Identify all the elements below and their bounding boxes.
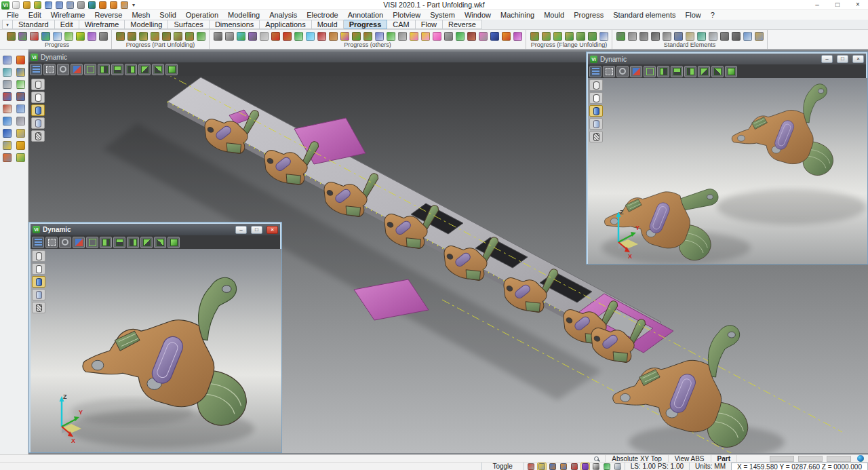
render-hidden-line-icon[interactable] (31, 92, 45, 103)
flange-report-icon[interactable] (598, 31, 609, 41)
display-toggle-icon[interactable] (526, 463, 536, 470)
strip-design-icon[interactable] (5, 31, 16, 41)
refresh-view-icon[interactable] (1, 115, 12, 126)
undo-yellow-icon[interactable] (15, 140, 26, 151)
open-file-icon[interactable] (22, 1, 31, 9)
pin-orange-icon[interactable] (500, 31, 511, 41)
render-transparent-icon[interactable] (32, 289, 45, 300)
unfold-step-6-icon[interactable] (172, 31, 183, 41)
folder-green-icon[interactable] (15, 152, 26, 163)
menu-item[interactable]: Annotation (343, 10, 389, 20)
restore-button[interactable]: □ (827, 0, 848, 9)
press-tool-icon[interactable] (98, 31, 108, 41)
guide-pin-icon[interactable] (627, 31, 637, 41)
viewport-tr-titlebar[interactable]: Vi Dynamic – □ × (588, 54, 866, 64)
zoom-view-icon[interactable] (57, 64, 69, 75)
edit-delete-icon[interactable] (15, 54, 26, 65)
viewport-bl-canvas[interactable] (31, 249, 281, 452)
dynamic-axis-icon[interactable] (630, 66, 642, 77)
unfold-step-5-icon[interactable] (161, 31, 172, 41)
view-iso-wire-icon[interactable] (84, 64, 96, 75)
viewport-close-button[interactable]: × (852, 55, 864, 63)
status-mode[interactable]: Absolute XY Top (605, 455, 668, 463)
confirm-doc-icon[interactable] (15, 79, 26, 90)
blank-simulation-icon[interactable] (40, 31, 51, 41)
dynamic-axis-icon[interactable] (71, 64, 83, 75)
save-all-icon[interactable] (55, 1, 64, 9)
viewport-menu-icon[interactable] (589, 66, 601, 77)
view-shaded-icon[interactable] (725, 66, 737, 77)
ribbon-tab[interactable]: Flow (416, 20, 443, 29)
viewport-menu-icon[interactable] (30, 64, 42, 75)
view-iso-wire-icon[interactable] (86, 237, 98, 248)
unfold-step-8-icon[interactable] (195, 31, 206, 41)
ribbon-tab[interactable]: Applications (260, 20, 311, 29)
die-button-icon[interactable] (650, 31, 660, 41)
menu-item[interactable]: Edit (24, 10, 46, 20)
press-base-icon[interactable] (212, 31, 223, 41)
box-blue-icon[interactable] (742, 31, 753, 41)
tray-yellow-2-icon[interactable] (420, 31, 431, 41)
status-button-1[interactable] (770, 456, 794, 462)
ribbon-tab[interactable]: Wireframe (79, 20, 125, 29)
ribbon-tab[interactable]: Standard (13, 20, 55, 29)
curve-edit-icon[interactable] (15, 91, 26, 102)
view-front-icon[interactable] (684, 66, 696, 77)
unfold-wedge-icon[interactable] (63, 31, 74, 41)
new-document-icon[interactable] (12, 1, 20, 9)
print-icon[interactable] (77, 1, 85, 9)
view-front-icon[interactable] (127, 237, 139, 248)
frame-select-icon[interactable] (1, 66, 12, 77)
menu-item[interactable]: File (2, 10, 24, 20)
ribbon-tab[interactable]: CAM (387, 20, 415, 29)
viewport-close-button[interactable]: × (267, 226, 278, 234)
unfold-step-3-icon[interactable] (138, 31, 149, 41)
die-helmet-icon[interactable] (75, 31, 85, 41)
viewport-restore-button[interactable]: □ (837, 55, 848, 63)
render-hidden-line-icon[interactable] (32, 263, 45, 275)
view-iso-wire-icon[interactable] (644, 66, 656, 77)
fold-brown-2-icon[interactable] (362, 31, 373, 41)
flange-unfold-5-icon[interactable] (575, 31, 586, 41)
help-query-icon[interactable] (1, 128, 12, 138)
plate-plane-icon[interactable] (258, 31, 269, 41)
unfold-step-7-icon[interactable] (184, 31, 195, 41)
save-icon[interactable] (44, 1, 53, 9)
render-wireframe-icon[interactable] (589, 79, 603, 91)
zoom-view-icon[interactable] (616, 66, 629, 77)
insert-gray-icon[interactable] (719, 31, 730, 41)
search-select-icon[interactable] (1, 54, 12, 65)
viewport-restore-button[interactable]: □ (251, 226, 262, 234)
menu-item[interactable]: Window (460, 10, 496, 20)
sketch-pencil-icon[interactable] (15, 66, 26, 77)
viewport-minimize-button[interactable]: – (821, 55, 833, 63)
ribbon-tab[interactable]: Modelling (125, 20, 168, 29)
globe-icon[interactable] (857, 455, 864, 462)
render-mesh-icon[interactable] (32, 302, 45, 313)
status-button-3[interactable] (827, 456, 851, 462)
render-shaded-icon[interactable] (589, 105, 603, 117)
render-transparent-icon[interactable] (31, 117, 45, 129)
zoom-view-icon[interactable] (59, 237, 71, 248)
ribbon-tab[interactable]: Edit (55, 20, 79, 29)
fit-view-icon[interactable] (603, 66, 615, 77)
minimize-button[interactable]: – (807, 0, 827, 9)
rotate-refresh-icon[interactable] (602, 463, 612, 470)
pin-set-icon[interactable] (661, 31, 672, 41)
layer-flame-icon[interactable] (1, 152, 12, 163)
strip-cut-icon[interactable] (270, 31, 281, 41)
view-back-icon[interactable] (152, 64, 164, 75)
menu-item[interactable]: Wireframe (46, 10, 90, 20)
flange-unfold-6-icon[interactable] (587, 31, 597, 41)
status-part[interactable]: Part (711, 455, 736, 463)
solid-box-icon[interactable] (15, 115, 26, 126)
viewport-menu-icon[interactable] (32, 237, 44, 248)
view-top-icon[interactable] (671, 66, 683, 77)
cage-box-icon[interactable] (707, 31, 718, 41)
flange-unfold-3-icon[interactable] (552, 31, 563, 41)
status-view[interactable]: View ABS (668, 455, 711, 463)
render-shaded-icon[interactable] (31, 104, 45, 116)
ribbon-tab[interactable]: Surfaces (168, 20, 209, 29)
runner-green-icon[interactable] (454, 31, 465, 41)
menu-item[interactable]: Plotview (388, 10, 425, 20)
